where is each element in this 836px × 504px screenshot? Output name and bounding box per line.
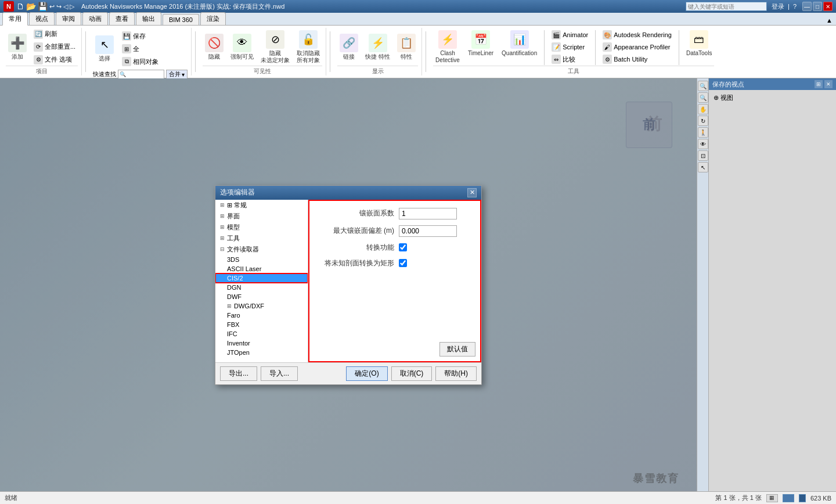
help-btn[interactable]: ? bbox=[793, 3, 797, 10]
ribbon-toggle[interactable]: ▲ bbox=[823, 16, 836, 25]
datatools-label: DataTools bbox=[686, 50, 712, 57]
tab-viewpoint[interactable]: 视点 bbox=[29, 12, 55, 25]
quickprops-btn[interactable]: ⚡ 快捷 特性 bbox=[363, 33, 392, 62]
batch-utility-btn[interactable]: ⚙ Batch Utility bbox=[600, 53, 674, 65]
panel-tree-view[interactable]: ⊕ 视图 bbox=[711, 92, 834, 103]
tree-item-cis2[interactable]: CIS/2 bbox=[215, 273, 308, 283]
tree-item-jtopen[interactable]: JTOpen bbox=[215, 348, 308, 357]
select-same-btn[interactable]: ⧉ 相同对象 bbox=[120, 56, 161, 67]
convert-label: 转换功能 bbox=[319, 243, 394, 253]
tree-item-3ds[interactable]: 3DS bbox=[215, 255, 308, 264]
help-dialog-btn[interactable]: 帮助(H) bbox=[435, 366, 477, 381]
tab-render[interactable]: 渲染 bbox=[200, 12, 226, 25]
hide-unsel-btn[interactable]: ⊘ 隐藏 未选定对象 bbox=[258, 29, 292, 65]
tree-item-dwg-dxf[interactable]: ⊞ DWG/DXF bbox=[215, 301, 308, 311]
force-visible-btn[interactable]: 👁 强制可见 bbox=[228, 33, 256, 62]
compare-btn[interactable]: ⇔ 比较 bbox=[549, 53, 590, 65]
default-btn[interactable]: 默认值 bbox=[439, 342, 475, 357]
tree-item-tools[interactable]: ⊞ 工具 bbox=[215, 233, 308, 244]
nav-look[interactable]: 👁 bbox=[698, 139, 708, 149]
tab-animation[interactable]: 动画 bbox=[82, 12, 108, 25]
refresh-btn[interactable]: 🔄 刷新 bbox=[31, 28, 78, 40]
nav-pan[interactable]: ✋ bbox=[698, 104, 708, 114]
scripter-btn[interactable]: 📝 Scripter bbox=[549, 41, 590, 53]
export-btn[interactable]: 导出... bbox=[220, 366, 257, 381]
properties-btn[interactable]: 📋 特性 bbox=[395, 33, 418, 62]
tab-review[interactable]: 审阅 bbox=[56, 12, 81, 25]
quantification-btn[interactable]: 📊 Quantification bbox=[499, 29, 539, 58]
back-btn[interactable]: ◁ bbox=[63, 3, 68, 10]
save-selection-btn[interactable]: 💾 保存 bbox=[120, 30, 161, 42]
project-buttons: ➕ 添加 🔄 刷新 ⟳ 全部重置... ⚙ 文件 选项 bbox=[6, 28, 78, 66]
dialog-close-btn[interactable]: ✕ bbox=[467, 188, 477, 197]
open-btn[interactable]: 📂 bbox=[26, 2, 36, 11]
tree-item-interface[interactable]: ⊞ 界面 bbox=[215, 211, 308, 222]
tree-item-ascii-laser[interactable]: ASCII Laser bbox=[215, 264, 308, 273]
merge-dropdown-icon: ▾ bbox=[182, 71, 185, 78]
clash-detective-btn[interactable]: ⚡ Clash Detective bbox=[433, 29, 462, 65]
nav-walk[interactable]: 🚶 bbox=[698, 127, 708, 138]
clash-detective-label: Clash Detective bbox=[435, 50, 460, 64]
tab-output[interactable]: 输出 bbox=[136, 12, 161, 25]
datatools-btn[interactable]: 🗃 DataTools bbox=[684, 29, 714, 58]
panel-close-btn[interactable]: ✕ bbox=[824, 80, 833, 88]
ok-btn[interactable]: 确定(O) bbox=[346, 366, 387, 381]
tree-item-ifc[interactable]: IFC bbox=[215, 329, 308, 339]
dialog-footer-left: 导出... 导入... bbox=[220, 366, 298, 381]
tree-item-faro[interactable]: Faro bbox=[215, 311, 308, 320]
nav-zoom-ext[interactable]: ⊡ bbox=[698, 150, 708, 161]
panel-expand-btn[interactable]: ⊞ bbox=[815, 80, 823, 88]
project-label: 项目 bbox=[6, 66, 78, 75]
tree-item-dwf[interactable]: DWF bbox=[215, 292, 308, 301]
nav-zoom-in[interactable]: 🔍 bbox=[698, 81, 708, 91]
sep2 bbox=[195, 31, 196, 72]
quickprops-icon: ⚡ bbox=[369, 34, 387, 52]
search-input[interactable] bbox=[686, 2, 767, 11]
ribbon: 常用 视点 审阅 动画 查看 输出 BIM 360 渲染 ▲ ➕ 添加 🔄 刷新 bbox=[0, 13, 836, 78]
tree-item-inventor[interactable]: Inventor bbox=[215, 339, 308, 348]
nav-select[interactable]: ↖ bbox=[698, 162, 708, 172]
tree-item-fbx[interactable]: FBX bbox=[215, 320, 308, 329]
tab-bim360[interactable]: BIM 360 bbox=[163, 14, 199, 25]
maximize-btn[interactable]: □ bbox=[813, 2, 822, 11]
max-deviation-input[interactable] bbox=[399, 225, 457, 237]
autodesk-rendering-btn[interactable]: 🎨 Autodesk Rendering bbox=[600, 29, 674, 41]
forward-btn[interactable]: ▷ bbox=[70, 3, 74, 10]
tree-item-dgn[interactable]: DGN bbox=[215, 283, 308, 292]
all-btn[interactable]: ⊞ 全 bbox=[120, 43, 161, 55]
display-buttons: 🔗 链接 ⚡ 快捷 特性 📋 特性 bbox=[337, 28, 418, 66]
tree-item-model[interactable]: ⊞ 模型 bbox=[215, 222, 308, 233]
dialog-footer: 导出... 导入... 确定(O) 取消(C) 帮助(H) bbox=[215, 362, 481, 384]
file-options-btn[interactable]: ⚙ 文件 选项 bbox=[31, 54, 78, 66]
login-btn[interactable]: 登录 bbox=[772, 2, 784, 11]
appearance-profiler-btn[interactable]: 🖌 Appearance Profiler bbox=[600, 41, 674, 53]
add-btn[interactable]: ➕ 添加 bbox=[6, 33, 29, 62]
full-reset-btn[interactable]: ⟳ 全部重置... bbox=[31, 41, 78, 53]
merge-btn[interactable]: 合并 ▾ bbox=[166, 70, 188, 79]
convert-checkbox[interactable] bbox=[399, 243, 407, 251]
nav-zoom-out[interactable]: 🔍 bbox=[698, 92, 708, 103]
quick-search-box[interactable]: 🔍 bbox=[118, 70, 164, 79]
select-btn[interactable]: ↖ 选择 bbox=[93, 34, 116, 63]
unhide-all-btn[interactable]: 🔓 取消隐藏 所有对象 bbox=[294, 29, 322, 65]
timeliner-btn[interactable]: 📅 TimeLiner bbox=[466, 29, 496, 58]
minimize-btn[interactable]: — bbox=[802, 2, 812, 11]
tab-common[interactable]: 常用 bbox=[2, 12, 28, 26]
tab-view[interactable]: 查看 bbox=[109, 12, 135, 25]
undo-btn[interactable]: ↩ bbox=[49, 3, 55, 10]
convert-unknown-checkbox[interactable] bbox=[399, 259, 407, 267]
timeliner-icon: 📅 bbox=[471, 30, 490, 49]
tree-item-general[interactable]: ⊞ ⊞ 常规 bbox=[215, 200, 308, 211]
animator-btn[interactable]: 🎬 Animator bbox=[549, 29, 590, 41]
links-btn[interactable]: 🔗 链接 bbox=[337, 33, 361, 62]
new-btn[interactable]: 🗋 bbox=[16, 2, 24, 11]
nav-orbit[interactable]: ↻ bbox=[698, 116, 708, 126]
cancel-btn[interactable]: 取消(C) bbox=[391, 366, 433, 381]
hide-btn[interactable]: 🚫 隐藏 bbox=[203, 33, 226, 62]
import-btn[interactable]: 导入... bbox=[261, 366, 298, 381]
tree-item-file-reader[interactable]: ⊟ 文件读取器 bbox=[215, 244, 308, 255]
redo-btn[interactable]: ↪ bbox=[56, 3, 62, 10]
tesselation-input[interactable] bbox=[399, 208, 457, 219]
save-btn[interactable]: 💾 bbox=[38, 2, 48, 11]
close-btn[interactable]: ✕ bbox=[823, 2, 833, 11]
